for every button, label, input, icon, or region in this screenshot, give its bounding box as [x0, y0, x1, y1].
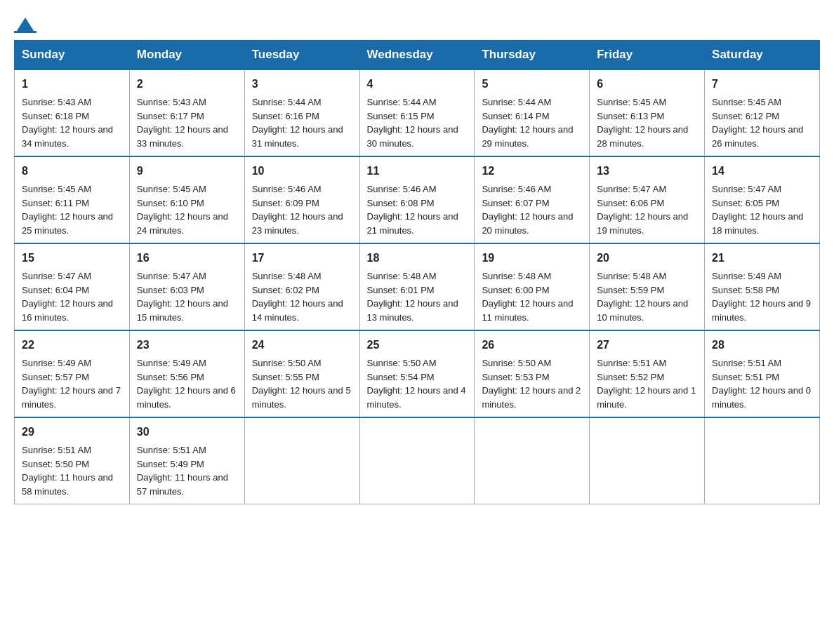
daylight-text: Daylight: 12 hours and 29 minutes. [482, 124, 573, 149]
day-number: 23 [137, 337, 237, 354]
calendar-week-row: 22Sunrise: 5:49 AMSunset: 5:57 PMDayligh… [15, 330, 820, 417]
page-header [14, 14, 820, 33]
sunrise-text: Sunrise: 5:43 AM [137, 97, 206, 107]
sunset-text: Sunset: 6:06 PM [597, 198, 664, 208]
calendar-cell: 24Sunrise: 5:50 AMSunset: 5:55 PMDayligh… [244, 330, 359, 417]
logo-underline [14, 31, 37, 33]
sunset-text: Sunset: 5:55 PM [252, 372, 319, 382]
day-number: 3 [252, 76, 352, 93]
sunset-text: Sunset: 5:53 PM [482, 372, 549, 382]
daylight-text: Daylight: 12 hours and 20 minutes. [482, 211, 573, 236]
daylight-text: Daylight: 12 hours and 7 minutes. [22, 385, 121, 410]
sunrise-text: Sunrise: 5:49 AM [137, 358, 206, 368]
sunrise-text: Sunrise: 5:45 AM [597, 97, 666, 107]
calendar-cell: 2Sunrise: 5:43 AMSunset: 6:17 PMDaylight… [129, 69, 244, 156]
sunrise-text: Sunrise: 5:51 AM [22, 445, 91, 455]
sunset-text: Sunset: 6:09 PM [252, 198, 319, 208]
day-number: 11 [367, 163, 468, 180]
header-monday: Monday [129, 41, 244, 70]
sunrise-text: Sunrise: 5:48 AM [597, 271, 666, 281]
daylight-text: Daylight: 12 hours and 2 minutes. [482, 385, 581, 410]
day-number: 4 [367, 76, 468, 93]
sunset-text: Sunset: 5:51 PM [712, 372, 779, 382]
logo [14, 14, 37, 33]
calendar-week-row: 29Sunrise: 5:51 AMSunset: 5:50 PMDayligh… [15, 417, 820, 504]
calendar-cell: 9Sunrise: 5:45 AMSunset: 6:10 PMDaylight… [129, 156, 244, 243]
sunset-text: Sunset: 6:17 PM [137, 111, 204, 121]
calendar-cell: 26Sunrise: 5:50 AMSunset: 5:53 PMDayligh… [475, 330, 590, 417]
daylight-text: Daylight: 12 hours and 24 minutes. [137, 211, 228, 236]
daylight-text: Daylight: 11 hours and 58 minutes. [22, 472, 113, 497]
sunset-text: Sunset: 6:08 PM [367, 198, 435, 208]
day-number: 10 [252, 163, 352, 180]
calendar-cell [244, 417, 359, 504]
daylight-text: Daylight: 11 hours and 57 minutes. [137, 472, 228, 497]
sunrise-text: Sunrise: 5:45 AM [22, 184, 91, 194]
day-number: 21 [712, 250, 812, 267]
calendar-cell: 8Sunrise: 5:45 AMSunset: 6:11 PMDaylight… [15, 156, 130, 243]
daylight-text: Daylight: 12 hours and 16 minutes. [22, 298, 113, 323]
daylight-text: Daylight: 12 hours and 26 minutes. [712, 124, 803, 149]
sunset-text: Sunset: 5:57 PM [22, 372, 89, 382]
daylight-text: Daylight: 12 hours and 19 minutes. [597, 211, 688, 236]
calendar-cell: 25Sunrise: 5:50 AMSunset: 5:54 PMDayligh… [359, 330, 475, 417]
day-number: 13 [597, 163, 697, 180]
sunrise-text: Sunrise: 5:46 AM [252, 184, 322, 194]
calendar-cell: 4Sunrise: 5:44 AMSunset: 6:15 PMDaylight… [359, 69, 475, 156]
daylight-text: Daylight: 12 hours and 0 minutes. [712, 385, 811, 410]
calendar-cell: 16Sunrise: 5:47 AMSunset: 6:03 PMDayligh… [129, 243, 244, 330]
calendar-cell: 30Sunrise: 5:51 AMSunset: 5:49 PMDayligh… [129, 417, 244, 504]
header-saturday: Saturday [705, 41, 820, 70]
day-number: 5 [482, 76, 582, 93]
calendar-cell: 21Sunrise: 5:49 AMSunset: 5:58 PMDayligh… [705, 243, 820, 330]
calendar-cell [590, 417, 705, 504]
daylight-text: Daylight: 12 hours and 10 minutes. [597, 298, 688, 323]
sunset-text: Sunset: 6:01 PM [367, 285, 435, 295]
calendar-cell: 6Sunrise: 5:45 AMSunset: 6:13 PMDaylight… [590, 69, 705, 156]
header-friday: Friday [590, 41, 705, 70]
calendar-table: SundayMondayTuesdayWednesdayThursdayFrid… [14, 40, 820, 504]
sunset-text: Sunset: 5:58 PM [712, 285, 779, 295]
sunrise-text: Sunrise: 5:48 AM [482, 271, 551, 281]
sunset-text: Sunset: 6:10 PM [137, 198, 204, 208]
sunset-text: Sunset: 5:50 PM [22, 459, 89, 469]
calendar-cell: 11Sunrise: 5:46 AMSunset: 6:08 PMDayligh… [359, 156, 475, 243]
sunrise-text: Sunrise: 5:45 AM [712, 97, 781, 107]
calendar-cell: 14Sunrise: 5:47 AMSunset: 6:05 PMDayligh… [705, 156, 820, 243]
sunset-text: Sunset: 6:14 PM [482, 111, 549, 121]
sunrise-text: Sunrise: 5:51 AM [137, 445, 206, 455]
sunset-text: Sunset: 5:56 PM [137, 372, 204, 382]
sunrise-text: Sunrise: 5:48 AM [252, 271, 322, 281]
daylight-text: Daylight: 12 hours and 1 minute. [597, 385, 696, 410]
sunrise-text: Sunrise: 5:50 AM [482, 358, 551, 368]
calendar-cell: 29Sunrise: 5:51 AMSunset: 5:50 PMDayligh… [15, 417, 130, 504]
sunrise-text: Sunrise: 5:51 AM [597, 358, 666, 368]
sunset-text: Sunset: 5:49 PM [137, 459, 204, 469]
calendar-week-row: 8Sunrise: 5:45 AMSunset: 6:11 PMDaylight… [15, 156, 820, 243]
sunset-text: Sunset: 6:02 PM [252, 285, 319, 295]
daylight-text: Daylight: 12 hours and 31 minutes. [252, 124, 343, 149]
calendar-cell: 18Sunrise: 5:48 AMSunset: 6:01 PMDayligh… [359, 243, 475, 330]
daylight-text: Daylight: 12 hours and 9 minutes. [712, 298, 811, 323]
day-number: 14 [712, 163, 812, 180]
sunset-text: Sunset: 6:12 PM [712, 111, 779, 121]
calendar-cell [705, 417, 820, 504]
sunrise-text: Sunrise: 5:44 AM [482, 97, 551, 107]
calendar-cell [475, 417, 590, 504]
calendar-cell: 15Sunrise: 5:47 AMSunset: 6:04 PMDayligh… [15, 243, 130, 330]
sunset-text: Sunset: 6:03 PM [137, 285, 204, 295]
sunrise-text: Sunrise: 5:45 AM [137, 184, 206, 194]
sunrise-text: Sunrise: 5:44 AM [252, 97, 322, 107]
calendar-cell: 10Sunrise: 5:46 AMSunset: 6:09 PMDayligh… [244, 156, 359, 243]
daylight-text: Daylight: 12 hours and 4 minutes. [367, 385, 466, 410]
sunrise-text: Sunrise: 5:44 AM [367, 97, 437, 107]
calendar-cell: 23Sunrise: 5:49 AMSunset: 5:56 PMDayligh… [129, 330, 244, 417]
day-number: 17 [252, 250, 352, 267]
day-number: 9 [137, 163, 237, 180]
calendar-cell: 12Sunrise: 5:46 AMSunset: 6:07 PMDayligh… [475, 156, 590, 243]
day-number: 20 [597, 250, 697, 267]
daylight-text: Daylight: 12 hours and 18 minutes. [712, 211, 803, 236]
sunrise-text: Sunrise: 5:46 AM [367, 184, 437, 194]
daylight-text: Daylight: 12 hours and 34 minutes. [22, 124, 113, 149]
calendar-cell: 17Sunrise: 5:48 AMSunset: 6:02 PMDayligh… [244, 243, 359, 330]
